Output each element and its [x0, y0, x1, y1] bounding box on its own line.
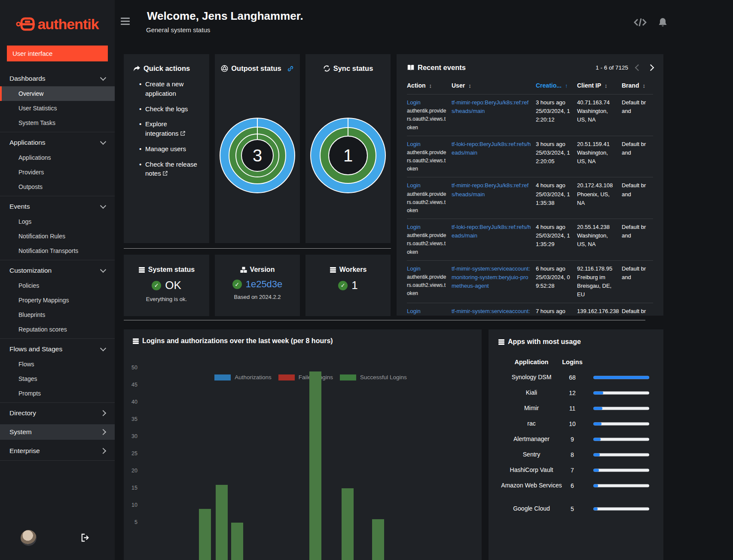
sidebar-item-applications[interactable]: Applications	[0, 150, 115, 165]
quick-actions-title: Quick actions	[144, 64, 190, 73]
app-usage-progress-bar	[593, 392, 649, 395]
event-action-link[interactable]: Login	[407, 141, 421, 147]
user-interface-button[interactable]: User interface	[7, 46, 108, 61]
app-name: rac	[497, 420, 566, 428]
logins-chart-card: Logins and authorizations over the last …	[124, 329, 482, 560]
pagination-next-icon[interactable]	[647, 64, 654, 71]
app-usage-progress-bar	[593, 508, 649, 511]
event-brand: Default brand	[622, 307, 653, 316]
event-user-link[interactable]: tf-loki-repo:BeryJu/k8s:ref:refs/heads/m…	[452, 141, 531, 156]
event-user-link[interactable]: tf-mimir-repo:BeryJu/k8s:ref:refs/heads/…	[452, 182, 528, 197]
sidebar: authentik User interface DashboardsOverv…	[0, 0, 115, 560]
column-header-brand[interactable]: Brand↕	[622, 82, 653, 89]
version-value[interactable]: 1e25d3e	[246, 279, 283, 290]
sidebar-item-reputation-scores[interactable]: Reputation scores	[0, 322, 115, 337]
notifications-bell-icon[interactable]	[658, 17, 668, 27]
bar-successful-logins	[372, 519, 384, 560]
event-geo: Washington, US, NA	[577, 107, 617, 124]
logins-chart-title: Logins and authorizations over the last …	[142, 337, 333, 345]
column-header-user[interactable]: User↕	[452, 82, 536, 89]
progress-fill	[593, 376, 649, 379]
sidebar-item-notification-transports[interactable]: Notification Transports	[0, 243, 115, 258]
chevron-down-icon	[100, 345, 106, 351]
event-client-ip: 20.51.159.41	[577, 140, 617, 149]
authentik-logo: authentik	[0, 0, 115, 36]
outpost-status-donut: 3	[220, 118, 295, 193]
quick-action-check-the-release-notes[interactable]: Check the release notes	[139, 160, 202, 179]
bar-successful-logins	[309, 371, 321, 560]
sidebar-section-system[interactable]: System	[0, 424, 115, 440]
app-usage-progress-bar	[593, 484, 649, 487]
event-action-link[interactable]: Login	[407, 224, 421, 230]
sidebar-item-prompts[interactable]: Prompts	[0, 386, 115, 401]
authentik-key-icon	[16, 17, 35, 31]
event-user-link[interactable]: tf-loki-repo:BeryJu/k8s:ref:refs/heads/m…	[452, 224, 531, 239]
quick-action-check-the-logs[interactable]: Check the logs	[139, 104, 202, 114]
app-name: Alertmanager	[497, 435, 566, 444]
sidebar-item-providers[interactable]: Providers	[0, 165, 115, 180]
sidebar-section-directory[interactable]: Directory	[0, 405, 115, 421]
sidebar-section-label: Dashboards	[9, 75, 46, 82]
donut-divider-line	[257, 118, 258, 139]
logout-icon[interactable]	[81, 533, 90, 542]
main-content: Welcome, Jens Langhammer. General system…	[115, 0, 733, 560]
server-icon	[498, 339, 505, 345]
sidebar-item-system-tasks[interactable]: System Tasks	[0, 116, 115, 130]
event-action-link[interactable]: Login	[407, 99, 421, 106]
quick-actions-card: Quick actions Create a new applicationCh…	[124, 54, 209, 243]
event-action-link[interactable]: Login	[407, 308, 421, 314]
quick-action-create-a-new-application[interactable]: Create a new application	[139, 79, 202, 98]
page-subtitle: General system status	[146, 26, 210, 33]
avatar[interactable]	[21, 530, 37, 546]
pagination-prev-icon[interactable]	[635, 64, 642, 71]
sidebar-section-enterprise[interactable]: Enterprise	[0, 443, 115, 459]
donut-divider-line	[348, 118, 348, 136]
sidebar-section-flows-and-stages[interactable]: Flows and Stages	[0, 341, 115, 357]
legend-item-successful-logins: Successful Logins	[340, 374, 407, 380]
apps-usage-card: Apps with most usage Application Logins …	[489, 329, 663, 560]
column-header-creation[interactable]: Creatio...↑	[536, 82, 577, 89]
column-header-action[interactable]: Action↕	[407, 82, 452, 89]
sidebar-section-label: Enterprise	[9, 447, 40, 455]
quick-action-manage-users[interactable]: Manage users	[139, 144, 202, 154]
event-action-link[interactable]: Login	[407, 182, 421, 189]
event-user-link[interactable]: tf-mimir-system:serviceaccount:monitorin…	[452, 265, 530, 289]
sidebar-item-stages[interactable]: Stages	[0, 371, 115, 386]
column-header-logins: Logins	[557, 359, 587, 365]
sidebar-item-logs[interactable]: Logs	[0, 214, 115, 229]
chevron-right-icon	[100, 448, 106, 454]
app-usage-progress-bar	[593, 423, 649, 426]
event-user-link[interactable]: tf-mimir-repo:BeryJu/k8s:ref:refs/heads/…	[452, 99, 528, 114]
sidebar-item-notification-rules[interactable]: Notification Rules	[0, 229, 115, 243]
app-usage-progress-bar	[593, 469, 649, 472]
quick-action-explore-integrations[interactable]: Explore integrations	[139, 119, 202, 138]
external-link-chain-icon[interactable]	[287, 65, 294, 72]
column-header-client-ip[interactable]: Client IP↕	[577, 82, 622, 89]
sidebar-item-overview[interactable]: Overview	[0, 86, 115, 101]
app-login-count: 7	[557, 467, 587, 474]
sidebar-section-events[interactable]: Events	[0, 199, 115, 214]
api-code-icon[interactable]	[634, 17, 647, 27]
progress-fill	[593, 508, 598, 511]
sidebar-section-dashboards[interactable]: Dashboards	[0, 71, 115, 86]
sidebar-item-outposts[interactable]: Outposts	[0, 180, 115, 194]
external-link-icon	[180, 131, 185, 136]
version-caption: Based on 2024.2.2	[215, 294, 300, 300]
menu-icon[interactable]	[121, 18, 130, 25]
event-action-link[interactable]: Login	[407, 265, 421, 272]
legend-item-failed-logins: Failed Logins	[278, 374, 333, 380]
event-geo: Washington, US, NA	[577, 231, 617, 249]
y-axis-tick: 15	[126, 485, 137, 491]
sidebar-item-property-mappings[interactable]: Property Mappings	[0, 293, 115, 307]
progress-fill	[593, 453, 600, 457]
sidebar-item-blueprints[interactable]: Blueprints	[0, 307, 115, 322]
bar-successful-logins	[231, 523, 243, 560]
sync-icon	[323, 65, 330, 72]
sidebar-section-customization[interactable]: Customization	[0, 263, 115, 278]
sidebar-item-flows[interactable]: Flows	[0, 357, 115, 371]
app-login-count: 10	[557, 420, 587, 427]
sidebar-item-user-statistics[interactable]: User Statistics	[0, 101, 115, 116]
sidebar-section-applications[interactable]: Applications	[0, 135, 115, 150]
event-user-link[interactable]: tf-mimir-system:serviceaccount:monitorin…	[452, 308, 530, 316]
sidebar-item-policies[interactable]: Policies	[0, 278, 115, 293]
